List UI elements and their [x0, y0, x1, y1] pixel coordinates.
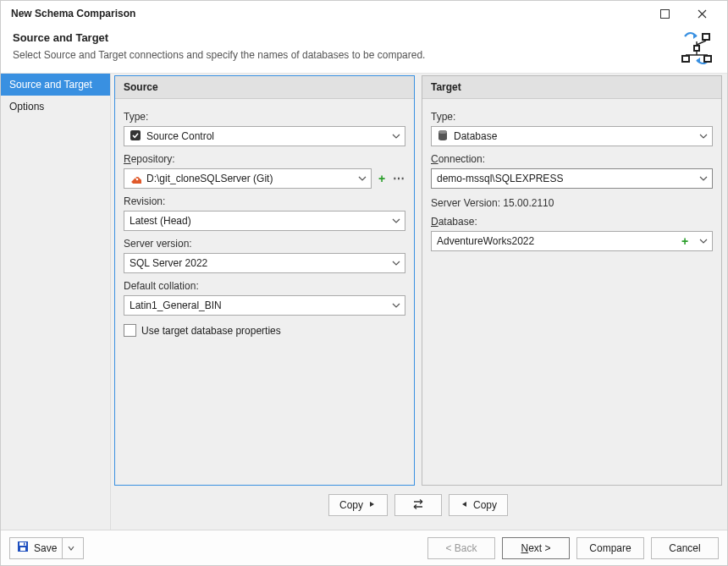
swap-button[interactable]: [394, 494, 442, 516]
chevron-down-icon: [356, 170, 369, 187]
swap-icon: [411, 499, 425, 512]
source-revision-label: Revision:: [124, 195, 405, 207]
chevron-down-icon: [697, 233, 710, 250]
svg-rect-21: [24, 543, 25, 546]
database-icon: [437, 129, 449, 144]
cancel-button[interactable]: Cancel: [651, 537, 719, 559]
maximize-button[interactable]: [646, 2, 683, 25]
svg-rect-6: [695, 47, 698, 50]
target-panel-title: Target: [422, 76, 721, 99]
source-panel: Source Type: Source Control: [114, 75, 415, 486]
target-server-version-text: Server Version: 15.00.2110: [431, 197, 713, 209]
svg-point-16: [438, 130, 447, 134]
add-repo-button[interactable]: +: [375, 170, 389, 187]
svg-point-14: [136, 178, 139, 180]
chevron-down-icon: [697, 170, 710, 187]
svg-rect-7: [681, 55, 690, 63]
svg-rect-9: [703, 55, 712, 63]
svg-rect-18: [18, 541, 28, 552]
wizard-header: Source and Target Select Source and Targ…: [1, 26, 727, 73]
source-type-select[interactable]: Source Control: [124, 126, 405, 146]
compare-button[interactable]: Compare: [576, 537, 644, 559]
close-button[interactable]: [683, 2, 720, 25]
source-revision-select[interactable]: Latest (Head): [124, 211, 405, 231]
source-repo-label: Repository:: [124, 153, 405, 165]
chevron-down-icon: [389, 297, 403, 314]
wizard-nav: Source and Target Options: [1, 74, 111, 530]
svg-point-17: [438, 130, 447, 134]
nav-item-source-and-target[interactable]: Source and Target: [1, 74, 110, 96]
schema-compare-hero-icon: [680, 31, 714, 68]
svg-rect-8: [683, 57, 688, 61]
source-repo-select[interactable]: D:\git_cloneSQLServer (Git): [124, 168, 372, 189]
target-database-select[interactable]: AdventureWorks2022 +: [431, 231, 713, 251]
svg-rect-10: [705, 57, 710, 61]
target-type-label: Type:: [431, 111, 713, 123]
svg-rect-19: [19, 542, 26, 546]
chevron-down-icon: [389, 212, 403, 229]
source-control-icon: [130, 129, 141, 144]
source-server-version-select[interactable]: SQL Server 2022: [124, 253, 405, 273]
chevron-down-icon: [389, 128, 403, 145]
copy-target-to-source-button[interactable]: Copy: [449, 494, 508, 516]
target-panel: Target Type: Database: [422, 75, 722, 486]
save-button[interactable]: Save: [9, 537, 84, 559]
chevron-down-icon: [697, 128, 710, 145]
next-button[interactable]: Next >: [502, 537, 570, 559]
page-subtitle: Select Source and Target connections and…: [13, 49, 715, 61]
copy-swap-controls: Copy C: [114, 486, 722, 525]
source-collation-label: Default collation:: [124, 280, 405, 292]
repo-more-button[interactable]: ⋯: [392, 170, 405, 187]
svg-rect-3: [702, 33, 710, 41]
svg-point-13: [133, 174, 135, 177]
use-target-db-props-checkbox[interactable]: Use target database properties: [124, 324, 405, 337]
wizard-body: Source and Target Options Source Type:: [1, 73, 727, 530]
arrow-right-icon: [368, 499, 377, 511]
wizard-footer: Save < Back Next > Compare Cancel: [1, 530, 727, 565]
main-pane: Source Type: Source Control: [111, 74, 727, 530]
copy-source-to-target-button[interactable]: Copy: [328, 494, 388, 516]
svg-rect-4: [703, 35, 709, 39]
source-server-version-label: Server version:: [124, 238, 405, 250]
source-collation-select[interactable]: Latin1_General_BIN: [124, 295, 405, 316]
git-icon: [130, 172, 141, 186]
target-type-select[interactable]: Database: [431, 126, 713, 146]
save-dropdown-button[interactable]: [62, 538, 80, 558]
window-title: New Schema Comparison: [11, 8, 135, 19]
svg-rect-5: [693, 45, 700, 52]
back-button[interactable]: < Back: [427, 537, 495, 559]
arrow-left-icon: [460, 499, 468, 511]
target-connection-label: Connection:: [431, 153, 713, 165]
window: New Schema Comparison Source and Target …: [0, 0, 728, 566]
titlebar: New Schema Comparison: [1, 1, 727, 26]
svg-marker-2: [697, 58, 700, 63]
checkbox-icon: [124, 324, 136, 337]
svg-point-15: [136, 174, 139, 177]
page-title: Source and Target: [13, 31, 715, 44]
svg-rect-0: [660, 9, 669, 18]
add-database-button[interactable]: +: [678, 233, 692, 250]
chevron-down-icon: [389, 255, 403, 272]
source-type-label: Type:: [124, 111, 405, 123]
target-database-label: Database:: [431, 216, 713, 228]
svg-marker-1: [693, 34, 697, 39]
svg-rect-12: [131, 175, 141, 183]
svg-rect-20: [20, 547, 25, 551]
nav-item-options[interactable]: Options: [1, 96, 110, 118]
save-icon: [17, 541, 29, 555]
source-panel-title: Source: [115, 76, 414, 99]
target-connection-select[interactable]: demo-mssql\SQLEXPRESS: [431, 168, 713, 189]
svg-rect-11: [130, 130, 141, 140]
